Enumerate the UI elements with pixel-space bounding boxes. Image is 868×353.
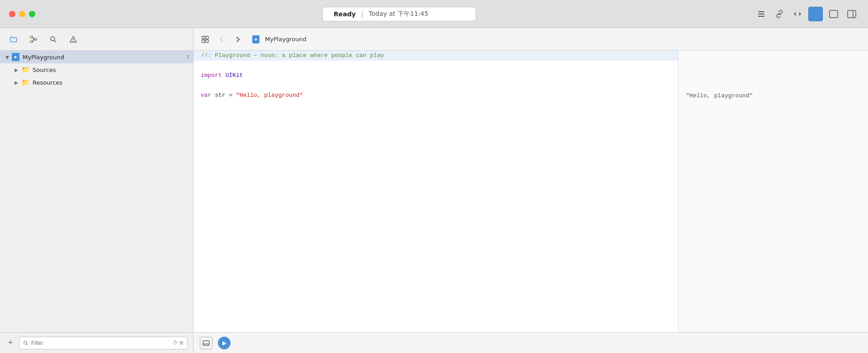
help-icon[interactable]: ? <box>186 54 189 61</box>
sidebar-bottom: + ⏱ ⊞ <box>0 332 193 353</box>
grid-view-button[interactable] <box>199 33 212 46</box>
code-line-5: var str = "Hello, playground" <box>193 91 678 100</box>
code-content[interactable]: //: Playground – noun: a place where peo… <box>193 51 678 332</box>
sidebar-item-myplayground[interactable]: ▼ ▶ MyPlayground ? <box>0 51 193 63</box>
filter-search-icon <box>23 340 28 346</box>
svg-line-16 <box>27 343 28 345</box>
warning-icon-button[interactable] <box>67 33 80 46</box>
svg-rect-2 <box>758 16 764 17</box>
back-button[interactable] <box>215 33 228 46</box>
hierarchy-icon-button[interactable] <box>27 33 40 46</box>
code-comment: //: Playground – noun: a place where peo… <box>201 51 384 61</box>
toolbar-right <box>754 7 868 21</box>
code-line-2 <box>193 61 678 71</box>
svg-rect-0 <box>758 11 764 12</box>
filter-options-icon: ⊞ <box>179 340 184 346</box>
status-bar: Ready | Today at 下午11:45 <box>44 7 754 21</box>
filter-input-wrapper: ⏱ ⊞ <box>19 337 188 349</box>
svg-rect-1 <box>758 14 764 14</box>
status-pill: Ready | Today at 下午11:45 <box>322 7 476 21</box>
close-button[interactable] <box>9 11 15 17</box>
breadcrumb-filename[interactable]: ▶ MyPlayground <box>248 33 311 46</box>
svg-rect-18 <box>206 36 208 39</box>
filter-input[interactable] <box>31 340 170 346</box>
canvas-view-button[interactable] <box>200 337 212 349</box>
sidebar-toolbar <box>0 28 193 51</box>
myplayground-label: MyPlayground <box>23 54 64 61</box>
editor-area: ▶ MyPlayground //: Playground – noun: a … <box>193 28 868 353</box>
result-hello-playground: "Hello, playground" <box>686 91 861 100</box>
minimize-button[interactable] <box>19 11 25 17</box>
folder-sources-icon: 📁 <box>21 65 30 74</box>
equals-sign: = <box>229 91 232 100</box>
svg-rect-19 <box>202 40 205 43</box>
svg-rect-20 <box>206 40 208 43</box>
svg-point-14 <box>73 41 73 41</box>
sidebar-right-button[interactable] <box>844 7 859 21</box>
sidebar-editor-button[interactable] <box>826 7 841 21</box>
resources-label: Resources <box>33 79 62 86</box>
sidebar-nav: ▼ ▶ MyPlayground ? ▶ 📁 Sources ▶ 📁 Resou… <box>0 51 193 332</box>
title-bar: Ready | Today at 下午11:45 <box>0 0 868 28</box>
main-content: ▼ ▶ MyPlayground ? ▶ 📁 Sources ▶ 📁 Resou… <box>0 28 868 353</box>
sidebar-item-resources[interactable]: ▶ 📁 Resources <box>0 76 193 89</box>
playground-file-icon: ▶ <box>12 52 20 62</box>
run-button[interactable]: ▶ <box>218 337 231 349</box>
search-icon-button[interactable] <box>47 33 60 46</box>
sources-label: Sources <box>33 67 56 73</box>
filter-right-icons: ⏱ ⊞ <box>173 340 184 346</box>
code-editor[interactable]: //: Playground – noun: a place where peo… <box>193 51 868 332</box>
type-uikit: UIKit <box>226 71 243 81</box>
status-divider: | <box>361 10 363 18</box>
editor-toolbar: ▶ MyPlayground <box>193 28 868 51</box>
string-hello: "Hello, playground" <box>236 91 303 100</box>
var-str: str <box>215 91 225 100</box>
code-line-4 <box>193 81 678 91</box>
status-ready-label: Ready <box>334 10 356 18</box>
back-forward-button[interactable] <box>790 7 805 21</box>
svg-rect-9 <box>30 41 33 43</box>
editor-bottom: ▶ <box>193 332 868 353</box>
forward-button[interactable] <box>231 33 244 46</box>
sidebar-item-sources[interactable]: ▶ 📁 Sources <box>0 63 193 76</box>
svg-rect-8 <box>30 36 33 38</box>
add-file-button[interactable]: + <box>5 338 15 348</box>
link-button[interactable] <box>772 7 787 21</box>
svg-rect-6 <box>848 10 856 18</box>
keyword-import: import <box>201 71 222 81</box>
svg-rect-17 <box>202 36 205 39</box>
filter-clock-icon: ⏱ <box>173 340 178 346</box>
svg-rect-5 <box>830 10 838 18</box>
indent-lines-button[interactable] <box>754 7 769 21</box>
svg-rect-21 <box>203 341 209 345</box>
folder-resources-icon: 📁 <box>21 78 30 87</box>
svg-rect-3 <box>811 10 820 18</box>
folder-icon-button[interactable] <box>7 33 20 46</box>
breadcrumb-file-icon: ▶ <box>252 35 260 44</box>
sidebar-left-button[interactable] <box>808 7 823 21</box>
editor-filename-label: MyPlayground <box>265 36 307 43</box>
status-time-label: Today at 下午11:45 <box>369 10 429 18</box>
expand-arrow-myplayground: ▼ <box>4 53 11 61</box>
result-panel: "Hello, playground" <box>678 51 868 332</box>
expand-arrow-sources: ▶ <box>13 66 20 73</box>
svg-line-12 <box>54 40 56 42</box>
maximize-button[interactable] <box>29 11 35 17</box>
code-line-1: //: Playground – noun: a place where peo… <box>193 51 678 61</box>
code-line-3: import UIKit <box>193 71 678 81</box>
window-controls <box>0 11 44 17</box>
expand-arrow-resources: ▶ <box>13 79 20 86</box>
sidebar: ▼ ▶ MyPlayground ? ▶ 📁 Sources ▶ 📁 Resou… <box>0 28 193 353</box>
keyword-var: var <box>201 91 211 100</box>
